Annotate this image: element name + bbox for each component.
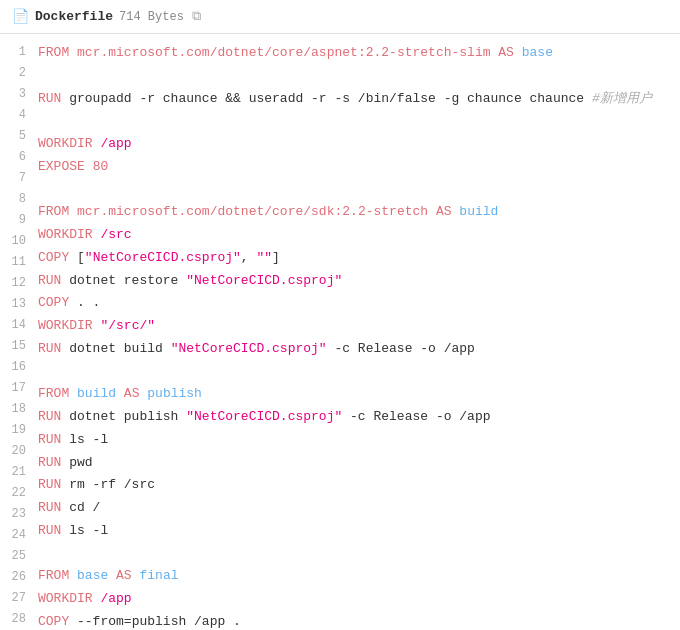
- line-num: 13: [0, 294, 26, 315]
- code-line: RUN ls -l: [38, 429, 668, 452]
- line-num: 7: [0, 168, 26, 189]
- line-num: 4: [0, 105, 26, 126]
- line-num: 24: [0, 525, 26, 546]
- copy-icon[interactable]: ⧉: [192, 9, 201, 24]
- code-line: RUN dotnet publish "NetCoreCICD.csproj" …: [38, 406, 668, 429]
- line-num: 8: [0, 189, 26, 210]
- line-num: 16: [0, 357, 26, 378]
- line-num: 22: [0, 483, 26, 504]
- line-num: 15: [0, 336, 26, 357]
- code-line: RUN rm -rf /src: [38, 474, 668, 497]
- line-num: 12: [0, 273, 26, 294]
- code-line: [38, 543, 668, 566]
- line-num: 21: [0, 462, 26, 483]
- line-num: 5: [0, 126, 26, 147]
- code-line: COPY . .: [38, 292, 668, 315]
- line-num: 27: [0, 588, 26, 609]
- code-line: [38, 65, 668, 88]
- line-num: 26: [0, 567, 26, 588]
- code-line: WORKDIR /app: [38, 588, 668, 611]
- code-line: RUN pwd: [38, 452, 668, 475]
- line-num: 9: [0, 210, 26, 231]
- file-header: 📄 Dockerfile 714 Bytes ⧉: [0, 0, 680, 34]
- line-num: 14: [0, 315, 26, 336]
- line-num: 28: [0, 609, 26, 630]
- line-num: 19: [0, 420, 26, 441]
- code-line: WORKDIR /app: [38, 133, 668, 156]
- code-line: RUN ls -l: [38, 520, 668, 543]
- code-line: FROM base AS final: [38, 565, 668, 588]
- line-num: 17: [0, 378, 26, 399]
- code-line: WORKDIR /src: [38, 224, 668, 247]
- line-numbers: 1 2 3 4 5 6 7 8 9 10 11 12 13 14 15 16 1…: [0, 42, 38, 630]
- line-num: 2: [0, 63, 26, 84]
- code-line: WORKDIR "/src/": [38, 315, 668, 338]
- code-line: FROM mcr.microsoft.com/dotnet/core/aspne…: [38, 42, 668, 65]
- line-num: 6: [0, 147, 26, 168]
- line-num: 20: [0, 441, 26, 462]
- line-num: 1: [0, 42, 26, 63]
- code-line: RUN dotnet restore "NetCoreCICD.csproj": [38, 270, 668, 293]
- code-line: FROM build AS publish: [38, 383, 668, 406]
- code-line: RUN dotnet build "NetCoreCICD.csproj" -c…: [38, 338, 668, 361]
- code-line: COPY ["NetCoreCICD.csproj", ""]: [38, 247, 668, 270]
- code-line: [38, 110, 668, 133]
- file-name: Dockerfile: [35, 9, 113, 24]
- code-line: RUN cd /: [38, 497, 668, 520]
- line-num: 18: [0, 399, 26, 420]
- file-size: 714 Bytes: [119, 10, 184, 24]
- line-num: 23: [0, 504, 26, 525]
- code-line: FROM mcr.microsoft.com/dotnet/core/sdk:2…: [38, 201, 668, 224]
- code-line: [38, 179, 668, 202]
- line-num: 25: [0, 546, 26, 567]
- code-line: RUN groupadd -r chaunce && useradd -r -s…: [38, 88, 668, 111]
- line-num: 10: [0, 231, 26, 252]
- code-line: EXPOSE 80: [38, 156, 668, 179]
- line-num: 11: [0, 252, 26, 273]
- file-type-icon: 📄: [12, 8, 29, 25]
- code-container: 1 2 3 4 5 6 7 8 9 10 11 12 13 14 15 16 1…: [0, 34, 680, 630]
- code-line: [38, 361, 668, 384]
- code-line: COPY --from=publish /app .: [38, 611, 668, 630]
- line-num: 3: [0, 84, 26, 105]
- code-content: FROM mcr.microsoft.com/dotnet/core/aspne…: [38, 42, 680, 630]
